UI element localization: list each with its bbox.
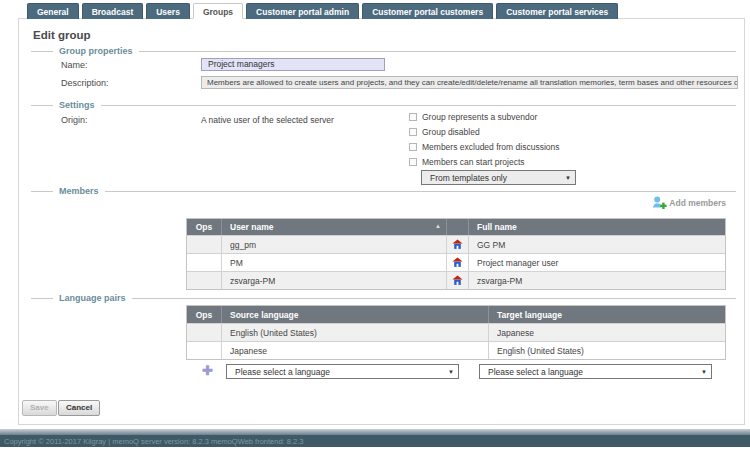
origin-label: Origin: bbox=[61, 115, 88, 125]
ops-cell bbox=[187, 254, 222, 271]
members-table-header: Ops User name ▲ Full name bbox=[187, 219, 725, 235]
dropdown-selected-value: Please select a language bbox=[227, 367, 448, 377]
tab-customer-portal-services[interactable]: Customer portal services bbox=[496, 3, 618, 19]
tab-broadcast[interactable]: Broadcast bbox=[82, 3, 144, 19]
subvendor-checkbox[interactable] bbox=[409, 113, 417, 121]
section-divider bbox=[31, 191, 53, 192]
project-start-dropdown[interactable]: From templates only ▼ bbox=[421, 170, 576, 185]
source-language-dropdown[interactable]: Please select a language ▼ bbox=[226, 364, 459, 379]
page-title: Edit group bbox=[33, 29, 91, 41]
checkbox-row-discussions: Members excluded from discussions bbox=[409, 142, 559, 152]
language-pair-row[interactable]: English (United States) Japanese bbox=[187, 323, 725, 341]
section-divider bbox=[31, 105, 53, 106]
save-button[interactable]: Save bbox=[22, 400, 57, 416]
ops-cell bbox=[187, 342, 222, 359]
language-table-header: Ops Source language Target language bbox=[187, 306, 725, 323]
ops-cell bbox=[187, 324, 222, 341]
column-header-ops: Ops bbox=[187, 306, 222, 323]
source-language-cell: Japanese bbox=[222, 342, 489, 359]
tab-customer-portal-admin[interactable]: Customer portal admin bbox=[246, 3, 359, 19]
column-header-ops: Ops bbox=[187, 219, 222, 235]
ops-cell bbox=[187, 236, 222, 253]
user-name-cell: gg_pm bbox=[222, 236, 447, 253]
tab-bar: General Broadcast Users Groups Customer … bbox=[27, 3, 618, 19]
checkbox-row-start-projects: Members can start projects bbox=[409, 157, 525, 167]
footer: Copyright © 2011-2017 Kilgray | memoQ se… bbox=[0, 435, 750, 447]
footer-copyright-text: Copyright © 2011-2017 Kilgray | memoQ se… bbox=[4, 437, 303, 446]
section-settings: Settings bbox=[31, 100, 736, 110]
column-header-target-language[interactable]: Target language bbox=[489, 306, 725, 323]
section-divider bbox=[31, 51, 53, 52]
checkbox-row-subvendor: Group represents a subvendor bbox=[409, 112, 537, 122]
target-language-cell: Japanese bbox=[489, 324, 725, 341]
member-row[interactable]: gg_pm GG PM bbox=[187, 235, 725, 253]
description-label: Description: bbox=[61, 78, 109, 88]
user-name-cell: zsvarga-PM bbox=[222, 272, 447, 289]
section-title: Group properties bbox=[59, 46, 133, 56]
cancel-button[interactable]: Cancel bbox=[58, 400, 100, 416]
group-disabled-checkbox[interactable] bbox=[409, 128, 417, 136]
add-members-label: Add members bbox=[669, 198, 726, 208]
chevron-down-icon: ▼ bbox=[701, 369, 711, 375]
column-header-full-name[interactable]: Full name bbox=[469, 219, 725, 235]
checkbox-label: Group represents a subvendor bbox=[422, 112, 537, 122]
add-user-icon bbox=[652, 195, 667, 210]
home-icon bbox=[447, 236, 469, 253]
checkbox-row-disabled: Group disabled bbox=[409, 127, 480, 137]
language-pair-row[interactable]: Japanese English (United States) bbox=[187, 341, 725, 359]
tab-general[interactable]: General bbox=[27, 3, 79, 19]
target-language-cell: English (United States) bbox=[489, 342, 725, 359]
full-name-cell: zsvarga-PM bbox=[469, 272, 725, 289]
language-pairs-table: Ops Source language Target language Engl… bbox=[186, 305, 726, 360]
column-header-origin-icon bbox=[447, 219, 469, 235]
chevron-down-icon: ▼ bbox=[448, 369, 458, 375]
section-group-properties: Group properties bbox=[31, 46, 736, 56]
add-language-pair-icon[interactable]: ✚ bbox=[202, 363, 213, 378]
full-name-cell: Project manager user bbox=[469, 254, 725, 271]
member-row[interactable]: PM Project manager user bbox=[187, 253, 725, 271]
name-label: Name: bbox=[61, 60, 88, 70]
target-language-dropdown[interactable]: Please select a language ▼ bbox=[479, 364, 712, 379]
column-header-source-language[interactable]: Source language bbox=[222, 306, 489, 323]
chevron-down-icon: ▼ bbox=[565, 175, 575, 181]
column-header-user-name[interactable]: User name ▲ bbox=[222, 219, 447, 235]
section-title: Members bbox=[59, 186, 99, 196]
dropdown-selected-value: From templates only bbox=[422, 173, 565, 183]
section-language-pairs: Language pairs bbox=[31, 293, 736, 303]
section-title: Settings bbox=[59, 100, 95, 110]
edit-group-panel: Edit group Group properties Name: Projec… bbox=[18, 18, 745, 425]
checkbox-label: Group disabled bbox=[422, 127, 480, 137]
home-icon bbox=[447, 272, 469, 289]
group-description-input[interactable]: Members are allowed to create users and … bbox=[201, 76, 738, 89]
member-row[interactable]: zsvarga-PM zsvarga-PM bbox=[187, 271, 725, 289]
sort-asc-icon: ▲ bbox=[435, 223, 441, 229]
section-title: Language pairs bbox=[59, 293, 126, 303]
tab-customer-portal-customers[interactable]: Customer portal customers bbox=[362, 3, 493, 19]
group-name-input[interactable]: Project managers bbox=[201, 58, 385, 71]
section-divider bbox=[132, 298, 736, 299]
tab-users[interactable]: Users bbox=[146, 3, 190, 19]
section-divider bbox=[105, 191, 736, 192]
section-members: Members bbox=[31, 186, 736, 196]
dropdown-selected-value: Please select a language bbox=[480, 367, 701, 377]
source-language-cell: English (United States) bbox=[222, 324, 489, 341]
tab-groups[interactable]: Groups bbox=[193, 3, 243, 19]
section-divider bbox=[139, 51, 736, 52]
origin-value: A native user of the selected server bbox=[201, 115, 334, 125]
members-table: Ops User name ▲ Full name gg_pm GG PM PM… bbox=[186, 218, 726, 290]
home-icon bbox=[447, 254, 469, 271]
checkbox-label: Members can start projects bbox=[422, 157, 525, 167]
full-name-cell: GG PM bbox=[469, 236, 725, 253]
checkbox-label: Members excluded from discussions bbox=[422, 142, 559, 152]
excluded-discussions-checkbox[interactable] bbox=[409, 143, 417, 151]
user-name-cell: PM bbox=[222, 254, 447, 271]
add-members-button[interactable]: Add members bbox=[652, 195, 726, 210]
start-projects-checkbox[interactable] bbox=[409, 158, 417, 166]
section-divider bbox=[101, 105, 736, 106]
ops-cell bbox=[187, 272, 222, 289]
section-divider bbox=[31, 298, 53, 299]
